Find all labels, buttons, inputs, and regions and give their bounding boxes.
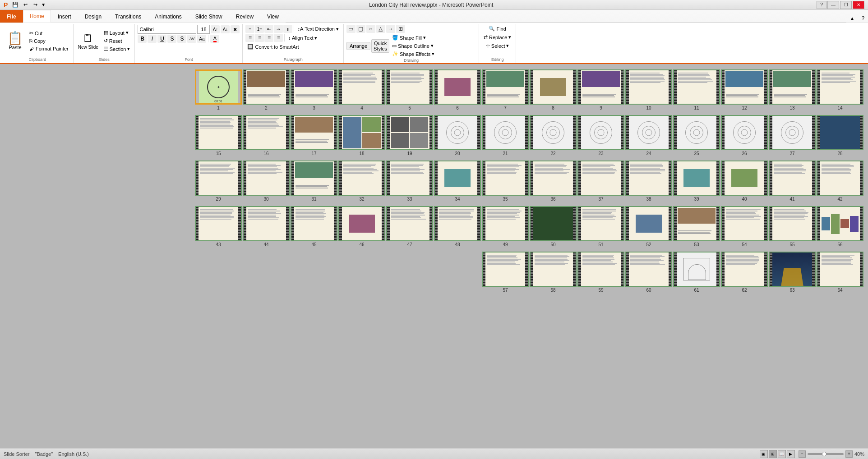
slide-item[interactable]: 19 (386, 115, 433, 156)
zoom-in-button[interactable]: + (845, 450, 853, 458)
replace-button[interactable]: ⇄ Replace ▾ (482, 33, 513, 41)
slide-item[interactable]: 17 (291, 115, 337, 156)
minimize-button[interactable]: — (827, 1, 839, 9)
slide-item[interactable]: 18 (338, 115, 385, 156)
slide-item[interactable]: 4 (338, 69, 385, 110)
slide-item[interactable]: 35 (482, 161, 529, 202)
underline-button[interactable]: U (157, 35, 166, 43)
slide-item[interactable]: 51 (577, 206, 624, 247)
slide-item[interactable]: 32 (338, 161, 385, 202)
slide-item[interactable]: 16 (243, 115, 290, 156)
bold-button[interactable]: B (138, 35, 147, 43)
badge-label[interactable]: "Badge" (35, 451, 53, 457)
reset-button[interactable]: ↺ Reset (102, 37, 132, 45)
reading-view-icon[interactable]: 📖 (778, 450, 786, 458)
slide-item[interactable]: 41 (769, 161, 816, 202)
slide-item[interactable]: 21 (482, 115, 529, 156)
shape-arrow-button[interactable]: → (386, 25, 395, 33)
slide-item[interactable]: 15 (195, 115, 242, 156)
decrease-font-button[interactable]: A↓ (221, 25, 230, 33)
slide-item[interactable]: 3 (291, 69, 337, 110)
slide-item[interactable]: 55 (769, 206, 816, 247)
increase-indent-button[interactable]: ⇥ (274, 25, 283, 33)
slide-item[interactable]: 26 (721, 115, 768, 156)
slide-item[interactable]: 25 (673, 115, 720, 156)
language-label[interactable]: English (U.S.) (58, 451, 89, 457)
slide-item[interactable]: 23 (577, 115, 624, 156)
normal-view-icon[interactable]: ▣ (760, 450, 768, 458)
shape-rect-button[interactable]: ▭ (346, 25, 356, 33)
slide-item[interactable]: 22 (530, 115, 577, 156)
zoom-out-button[interactable]: − (799, 450, 806, 458)
justify-button[interactable]: ≡ (274, 34, 283, 42)
decrease-indent-button[interactable]: ⇤ (264, 25, 273, 33)
slide-item[interactable]: 59 (577, 252, 624, 293)
slide-item[interactable]: 7 (482, 69, 529, 110)
slide-item[interactable]: 49 (482, 206, 529, 247)
slide-item[interactable]: 42 (817, 161, 863, 202)
ribbon-help-icon[interactable]: ? (858, 14, 868, 23)
slide-item[interactable]: 10 (625, 69, 672, 110)
align-left-button[interactable]: ≡ (245, 34, 254, 42)
slide-item[interactable]: 60 (625, 252, 672, 293)
slide-item[interactable]: 11 (673, 69, 720, 110)
help-icon[interactable]: ? (817, 1, 826, 9)
slide-item[interactable]: 14 (817, 69, 863, 110)
slideshow-view-icon[interactable]: ▶ (787, 450, 795, 458)
section-button[interactable]: ☰ Section ▾ (102, 45, 132, 53)
tab-view[interactable]: View (260, 10, 286, 23)
change-case-button[interactable]: Aa (197, 35, 206, 43)
maximize-button[interactable]: ❐ (840, 1, 852, 9)
paste-button[interactable]: 📋 Paste (5, 25, 26, 57)
select-button[interactable]: ⊹ Select ▾ (484, 42, 511, 50)
slide-item[interactable]: 63 (769, 252, 816, 293)
shadow-button[interactable]: S (177, 35, 186, 43)
slide-item[interactable]: 5 (386, 69, 433, 110)
slide-item[interactable]: 37 (577, 161, 624, 202)
columns-button[interactable]: ⫿ (283, 25, 292, 33)
slide-item[interactable]: 12 (721, 69, 768, 110)
close-button[interactable]: ✕ (853, 1, 864, 9)
find-button[interactable]: 🔍 Find (487, 25, 508, 32)
convert-smartart-button[interactable]: 🔲 Convert to SmartArt (245, 43, 300, 50)
slide-item[interactable]: 53 (673, 206, 720, 247)
tab-animations[interactable]: Animations (148, 10, 188, 23)
format-painter-button[interactable]: 🖌 Format Painter (28, 45, 70, 52)
align-text-button[interactable]: ↕ Align Text ▾ (286, 34, 319, 42)
slide-item[interactable]: 39 (673, 161, 720, 202)
slide-item[interactable]: 28 (817, 115, 863, 156)
tab-insert[interactable]: Insert (51, 10, 78, 23)
slide-item[interactable]: 46 (338, 206, 385, 247)
ribbon-collapse-icon[interactable]: ▲ (846, 14, 858, 23)
tab-home[interactable]: Home (23, 10, 51, 23)
slide-item[interactable]: 61 (673, 252, 720, 293)
slide-item[interactable]: 8 (530, 69, 577, 110)
slide-item[interactable]: 36 (530, 161, 577, 202)
save-button[interactable]: 💾 (11, 1, 19, 9)
numbering-button[interactable]: 1≡ (255, 25, 264, 33)
slide-item[interactable]: 47 (386, 206, 433, 247)
slide-item[interactable]: 13 (769, 69, 816, 110)
slide-item[interactable]: 31 (291, 161, 337, 202)
copy-button[interactable]: ⎘ Copy (28, 37, 70, 45)
zoom-level[interactable]: 40% (854, 451, 864, 457)
slide-item[interactable]: ✦ 00:01 1 (195, 69, 242, 110)
slide-sorter-label[interactable]: Slide Sorter (4, 451, 29, 457)
slide-item[interactable]: 56 (817, 206, 863, 247)
slide-sorter-view-icon[interactable]: ⊞ (769, 450, 777, 458)
new-slide-button[interactable]: 🗒 New Slide (76, 25, 100, 57)
slide-item[interactable]: 20 (434, 115, 481, 156)
slide-item[interactable]: 44 (243, 206, 290, 247)
clear-format-button[interactable]: ✖ (231, 25, 240, 33)
slide-item[interactable]: 9 (577, 69, 624, 110)
tab-transitions[interactable]: Transitions (108, 10, 148, 23)
shape-more-button[interactable]: ⊞ (396, 25, 405, 33)
slide-item[interactable]: 38 (625, 161, 672, 202)
shape-fill-button[interactable]: 🪣 Shape Fill ▾ (390, 34, 436, 41)
tab-review[interactable]: Review (229, 10, 260, 23)
slide-item[interactable]: 48 (434, 206, 481, 247)
italic-button[interactable]: I (148, 35, 157, 43)
char-spacing-button[interactable]: AV (187, 35, 196, 43)
slide-item[interactable]: 2 (243, 69, 290, 110)
align-right-button[interactable]: ≡ (264, 34, 273, 42)
